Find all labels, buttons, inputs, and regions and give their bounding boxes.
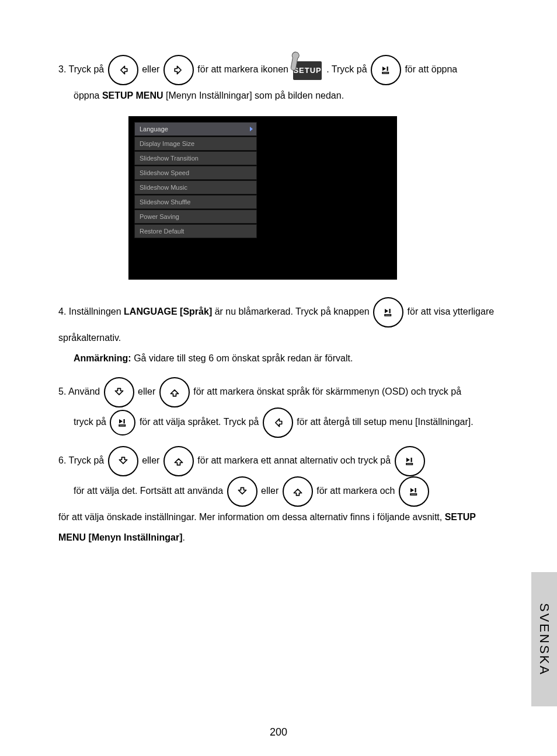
right-arrow-icon	[163, 55, 194, 85]
step6-text-1: Tryck på	[69, 455, 107, 465]
submenu-arrow-icon	[250, 127, 253, 131]
play-pause-icon	[399, 476, 429, 507]
svg-rect-0	[387, 67, 388, 71]
step6-dot: .	[182, 532, 184, 542]
step3-open: öppna	[74, 90, 102, 100]
setup-menu-screenshot: Language Display Image Size Slideshow Tr…	[128, 116, 397, 280]
down-arrow-icon	[104, 377, 134, 407]
step4-note: Anmärkning:	[74, 353, 131, 363]
step-4: 4. Inställningen LANGUAGE [Språk] är nu …	[58, 297, 502, 368]
menu-item-restore-default: Restore Default	[134, 224, 257, 238]
step3-text-3: . Tryck på	[326, 64, 370, 74]
step5-text-4: för att återgå till setup menu [Inställn…	[297, 417, 473, 427]
svg-rect-7	[406, 463, 413, 464]
step3-number: 3.	[58, 59, 66, 79]
step6-text-5: för att välja önskade inställningar. Mer…	[58, 512, 445, 522]
step6-number: 6.	[58, 450, 66, 471]
language-tab-label: SVENSKA	[537, 603, 552, 676]
step5-text-1: Använd	[68, 386, 103, 396]
down-arrow-icon	[108, 446, 138, 476]
step5-or: eller	[138, 386, 158, 396]
step6-text-4: för att markera och	[316, 486, 398, 496]
menu-item-slideshow-shuffle: Slideshow Shuffle	[134, 195, 257, 209]
up-arrow-icon	[159, 377, 190, 407]
step4-number: 4.	[58, 301, 66, 322]
step4-text-1: Inställningen	[69, 306, 124, 316]
svg-rect-1	[382, 72, 389, 74]
menu-item-slideshow-music: Slideshow Music	[134, 180, 257, 194]
menu-item-slideshow-transition: Slideshow Transition	[134, 151, 257, 165]
play-pause-icon	[371, 55, 401, 85]
step6-text-2: för att markera ett annat alternativ och…	[197, 455, 393, 465]
play-pause-icon	[373, 297, 403, 328]
play-pause-icon	[395, 446, 425, 476]
up-arrow-icon	[283, 476, 313, 507]
step6-or-2: eller	[261, 486, 281, 496]
menu-item-slideshow-speed: Slideshow Speed	[134, 166, 257, 180]
step5-number: 5.	[58, 381, 66, 402]
step6-text-3: för att välja det. Fortsätt att använda	[74, 486, 226, 496]
step5-tryck: tryck på	[74, 417, 109, 427]
svg-rect-5	[119, 424, 126, 426]
svg-rect-9	[410, 493, 417, 494]
step4-text-4: Gå vidare till steg 6 om önskat språk re…	[134, 353, 353, 363]
play-pause-icon	[110, 410, 135, 436]
step3-text-1: Tryck på	[69, 64, 107, 74]
left-arrow-icon	[108, 55, 138, 85]
svg-rect-2	[389, 309, 391, 313]
step4-language: LANGUAGE [Språk]	[124, 306, 212, 316]
step3-text-5: [Menyn Inställningar] som på bilden neda…	[166, 90, 344, 100]
menu-item-power-saving: Power Saving	[134, 210, 257, 224]
svg-rect-3	[385, 315, 391, 316]
page-number: 200	[0, 726, 557, 738]
svg-rect-4	[124, 419, 125, 424]
step5-text-3: för att välja språket. Tryck på	[140, 417, 262, 427]
language-tab: SVENSKA	[531, 572, 557, 706]
step3-menu: SETUP MENU	[102, 90, 163, 100]
step3-text-2: för att markera ikonen	[197, 64, 291, 74]
step6-or-1: eller	[142, 455, 162, 465]
svg-rect-8	[415, 488, 416, 493]
svg-rect-6	[410, 458, 412, 462]
menu-item-language: Language	[134, 122, 257, 136]
up-arrow-icon	[163, 446, 194, 476]
step-5: 5. Använd eller för att markera önskat s…	[58, 377, 502, 438]
step4-text-2: är nu blåmarkerad. Tryck på knappen	[215, 306, 372, 316]
setup-menu-list: Language Display Image Size Slideshow Tr…	[134, 122, 257, 239]
step5-text-2: för att markera önskat språk för skärmme…	[193, 386, 461, 396]
menu-item-display-image-size: Display Image Size	[134, 137, 257, 151]
step3-or: eller	[142, 64, 162, 74]
left-arrow-icon	[263, 407, 293, 438]
step-6: 6. Tryck på eller för att markera ett an…	[58, 446, 502, 548]
step-3: 3. Tryck på eller för att markera ikonen…	[58, 55, 502, 106]
setup-icon: SETUP	[293, 60, 321, 81]
step3-text-4: för att öppna	[405, 64, 457, 74]
down-arrow-icon	[227, 476, 257, 507]
